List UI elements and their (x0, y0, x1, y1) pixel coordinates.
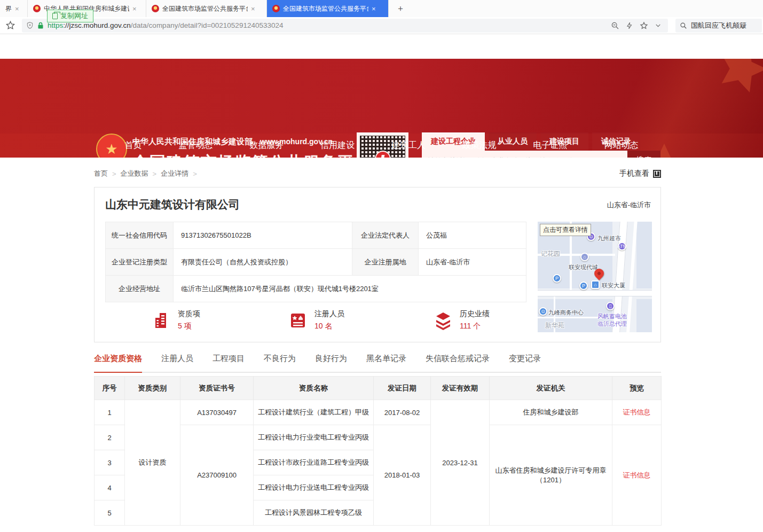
map-label-garden: 记花园 (541, 249, 560, 259)
cell-no: 3 (95, 450, 125, 475)
field-value-credit-code: 91371302675501022B (174, 222, 352, 249)
stat-registered-personnel[interactable]: 注册人员10 名 (288, 309, 344, 331)
company-card: 山东中元建筑设计有限公司 山东省-临沂市 统一社会信用代码 9137130267… (94, 187, 661, 342)
tab-dishonesty-records[interactable]: 失信联合惩戒记录 (426, 354, 490, 372)
close-icon[interactable]: × (15, 5, 19, 13)
breadcrumb-home[interactable]: 首页 (94, 169, 108, 178)
new-tab-button[interactable]: ＋ (389, 0, 412, 17)
field-label: 统一社会信用代码 (106, 222, 174, 249)
map-tooltip: 点击可查看详情 (540, 224, 591, 236)
tab-change-records[interactable]: 变更记录 (509, 354, 541, 372)
col-header-category: 资质类别 (125, 377, 180, 400)
field-label: 企业登记注册类型 (106, 249, 174, 276)
map-label-battery2: 临沂总代理 (597, 320, 627, 328)
url-bar[interactable]: https://jzsc.mohurd.gov.cn/data/company/… (22, 19, 668, 33)
browser-tab-partial[interactable]: 界 × (0, 0, 28, 17)
cell-issue-date: 2017-08-02 (374, 400, 431, 425)
chevron-down-icon[interactable] (655, 22, 662, 29)
favicon-icon (33, 5, 41, 12)
cell-cert-no: A137030497 (180, 400, 254, 425)
tab-good-behavior[interactable]: 良好行为 (315, 354, 347, 372)
breadcrumb-separator: > (153, 170, 157, 178)
browser-quick-search[interactable]: 国航回应飞机颠簸 (675, 19, 762, 33)
col-header-preview: 预览 (612, 377, 662, 400)
breadcrumb-separator: > (193, 170, 197, 178)
stat-value: 10 名 (314, 322, 344, 331)
cell-no: 1 (95, 400, 125, 425)
map-label-xinhua: 新华苑 (545, 321, 564, 330)
cell-qual-name: 工程设计市政行业道路工程专业丙级 (254, 450, 374, 475)
stat-value: 111 个 (460, 322, 490, 331)
cell-authority: 山东省住房和城乡建设厅许可专用章（1201） (490, 425, 612, 526)
tab-registered-personnel[interactable]: 注册人员 (161, 354, 193, 372)
cell-issue-date: 2018-01-03 (374, 425, 431, 526)
favorite-star-icon[interactable] (640, 21, 648, 30)
cell-qual-name: 工程设计电力行业变电工程专业丙级 (254, 425, 374, 450)
tab-projects[interactable]: 工程项目 (213, 354, 245, 372)
nav-item-workers[interactable]: 建筑工人 (391, 140, 426, 151)
nav-item-credit[interactable]: 信用建设 (320, 140, 355, 151)
qualification-table: 序号 资质类别 资质证书号 资质名称 发证日期 发证有效期 发证机关 预览 1 … (94, 376, 662, 526)
copy-tooltip-text: 复制网址 (60, 11, 88, 21)
nav-item-home[interactable]: 首页 (125, 140, 142, 151)
breadcrumb-company-data[interactable]: 企业数据 (121, 169, 148, 178)
tab-bad-behavior[interactable]: 不良行为 (264, 354, 296, 372)
breadcrumb-company-detail[interactable]: 企业详情 (161, 169, 188, 178)
detail-tabs: 企业资质资格 注册人员 工程项目 不良行为 良好行为 黑名单记录 失信联合惩戒记… (94, 354, 661, 373)
stat-label: 注册人员 (314, 309, 344, 319)
cell-no: 4 (95, 475, 125, 500)
company-location-map[interactable]: 点击可查看详情 ⊙ 九州超市 ATM 记花园 ⌂ 联安现代城 ⌂ 联安大厦 P … (538, 222, 652, 332)
table-row: 企业经营地址 临沂市兰山区陶然路107号星河晶都（联安）现代城1号楼2201室 (106, 276, 526, 302)
layers-icon (433, 310, 453, 331)
badge-book-icon (288, 310, 308, 331)
stat-qualifications[interactable]: 资质项5 项 (151, 309, 200, 331)
map-main-road-horizontal (538, 290, 652, 296)
quick-search-text: 国航回应飞机颠簸 (691, 21, 746, 30)
stat-label: 历史业绩 (460, 309, 490, 319)
close-icon[interactable]: × (132, 5, 137, 13)
nav-item-policy[interactable]: 政策法规 (462, 140, 497, 151)
search-icon (680, 22, 687, 29)
cell-authority: 住房和城乡建设部 (490, 400, 612, 425)
tab-title: 界 (5, 4, 12, 13)
table-header-row: 序号 资质类别 资质证书号 资质名称 发证日期 发证有效期 发证机关 预览 (95, 377, 662, 400)
url-text[interactable]: https://jzsc.mohurd.gov.cn/data/company/… (48, 21, 607, 29)
zoom-out-icon[interactable] (611, 21, 619, 30)
close-icon[interactable]: × (251, 5, 255, 13)
favicon-icon (272, 5, 280, 12)
parking-icon: P (579, 281, 588, 290)
col-header-no: 序号 (95, 377, 125, 400)
cert-info-link[interactable]: 证书信息 (623, 408, 651, 416)
close-icon[interactable]: × (372, 5, 376, 13)
stat-historical-performance[interactable]: 历史业绩111 个 (433, 309, 490, 331)
cell-qual-name: 工程设计风景园林工程专项乙级 (254, 500, 374, 526)
building-icon (151, 310, 171, 331)
col-header-name: 资质名称 (254, 377, 374, 400)
field-label: 企业法定代表人 (352, 222, 419, 249)
browser-toolbar: https://jzsc.mohurd.gov.cn/data/company/… (0, 17, 763, 34)
cell-no: 2 (95, 425, 125, 450)
nav-item-site-news[interactable]: 网站动态 (604, 140, 638, 151)
site-header: ★ 中华人民共和国住房和城乡建设部www.mohurd.gov.cn 全国建筑市… (0, 59, 763, 158)
nav-item-e-license[interactable]: 电子证照 (533, 140, 568, 151)
cell-qual-name: 工程设计电力行业送电工程专业丙级 (254, 475, 374, 500)
tab-qualifications[interactable]: 企业资质资格 (94, 354, 142, 373)
map-label-supermarket: 九州超市 (597, 234, 621, 242)
tower-pin-icon: ⌂ (591, 280, 600, 289)
browser-tab-active[interactable]: 全国建筑市场监管公共服务平台 × (267, 0, 389, 17)
mobile-view-label[interactable]: 手机查看 (619, 169, 649, 178)
tab-blacklist[interactable]: 黑名单记录 (366, 354, 406, 372)
nav-item-supervision[interactable]: 监管动态 (178, 140, 213, 151)
biz-center-pin-icon: ⊙ (539, 307, 547, 316)
cell-no: 5 (95, 500, 125, 526)
bookmark-star-icon[interactable] (5, 20, 15, 30)
stat-value: 5 项 (178, 322, 200, 331)
qr-code-icon[interactable] (653, 170, 661, 178)
cert-info-link[interactable]: 证书信息 (623, 471, 651, 479)
flash-icon[interactable] (626, 21, 633, 30)
browser-tab-jzsc[interactable]: 全国建筑市场监管公共服务平台 × (146, 0, 267, 17)
tab-title: 全国建筑市场监管公共服务平台 (283, 4, 368, 13)
nav-item-data-service[interactable]: 数据服务 (249, 140, 284, 151)
shield-icon[interactable] (26, 21, 34, 29)
company-info-table: 统一社会信用代码 91371302675501022B 企业法定代表人 公茂福 … (105, 222, 526, 302)
